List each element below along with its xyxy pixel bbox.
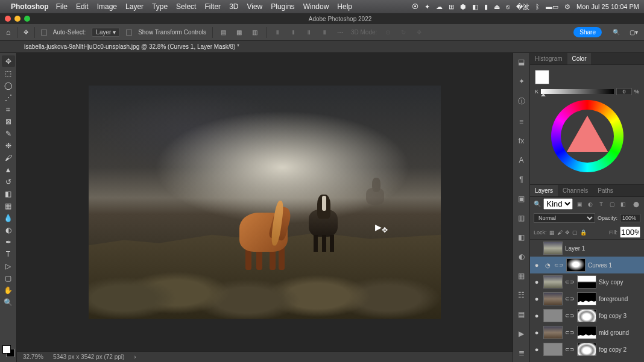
wand-tool[interactable]: ⋰: [2, 92, 15, 103]
filter-toggle[interactable]: ⬤: [632, 200, 640, 208]
history-brush-tool[interactable]: ↺: [2, 176, 15, 187]
minimize-button[interactable]: [14, 16, 21, 22]
align-center-icon[interactable]: ▦: [235, 28, 244, 37]
layer-row[interactable]: ●⊂⊃Sky copy: [530, 273, 644, 290]
panel-icon[interactable]: ▣: [516, 195, 527, 203]
document-tab[interactable]: isabella-juskova-9aNItHjuOc0-unsplash.jp…: [24, 43, 239, 50]
visibility-toggle[interactable]: ●: [532, 295, 541, 302]
zoom-level[interactable]: 32.79%: [23, 354, 43, 360]
layer-thumbnail[interactable]: [543, 275, 563, 289]
foreground-color-swatch[interactable]: [535, 70, 549, 84]
visibility-toggle[interactable]: ●: [532, 278, 541, 286]
panel-icon[interactable]: ▶: [516, 329, 527, 338]
link-icon[interactable]: ⊂⊃: [565, 313, 575, 319]
align-right-icon[interactable]: ▥: [250, 28, 260, 37]
layer-mask-thumbnail[interactable]: [566, 258, 586, 272]
type-tool[interactable]: T: [2, 248, 15, 260]
layer-thumbnail[interactable]: [543, 326, 563, 339]
auto-select-checkbox[interactable]: [41, 30, 47, 36]
layer-row[interactable]: ●⊂⊃fog copy 2: [530, 341, 644, 358]
panel-icon[interactable]: ✦: [516, 77, 527, 86]
doc-dimensions[interactable]: 5343 px x 3542 px (72 ppi): [53, 354, 124, 360]
fill-input[interactable]: [620, 226, 640, 238]
blend-mode-select[interactable]: Normal: [534, 213, 595, 223]
pen-tool[interactable]: ✒: [2, 236, 15, 248]
menu-edit[interactable]: Edit: [76, 2, 89, 11]
close-button[interactable]: [5, 16, 11, 22]
layer-row[interactable]: ●⊂⊃fog copy 3: [530, 307, 644, 324]
stamp-tool[interactable]: ▲: [2, 164, 15, 175]
panel-icon[interactable]: ☷: [516, 291, 527, 299]
search-icon[interactable]: 🔍: [534, 201, 541, 207]
status-icon[interactable]: ☁: [436, 3, 443, 11]
filter-type-icon[interactable]: T: [597, 200, 605, 208]
brush-tool[interactable]: 🖌: [2, 152, 15, 163]
lock-artboard-icon[interactable]: ▢: [572, 229, 578, 236]
layer-mask-thumbnail[interactable]: [577, 275, 596, 289]
link-icon[interactable]: ⊂⊃: [565, 346, 575, 352]
shape-tool[interactable]: ▢: [2, 272, 15, 284]
layer-thumbnail[interactable]: [543, 292, 563, 305]
menu-image[interactable]: Image: [97, 2, 117, 11]
layer-thumbnail[interactable]: [543, 242, 563, 255]
menu-type[interactable]: Type: [152, 2, 168, 11]
filter-pixel-icon[interactable]: ▣: [575, 200, 584, 208]
link-icon[interactable]: ⊂⊃: [565, 296, 575, 302]
gradient-tool[interactable]: ▦: [2, 200, 15, 211]
menu-filter[interactable]: Filter: [204, 2, 221, 11]
panel-icon[interactable]: ◧: [516, 233, 527, 242]
canvas[interactable]: ▶✥: [89, 86, 441, 319]
distribute-icon[interactable]: ⫴: [273, 28, 282, 37]
layer-name[interactable]: mid ground: [599, 329, 642, 336]
menu-plugins[interactable]: Plugins: [271, 2, 294, 11]
k-value-input[interactable]: [616, 88, 632, 95]
lock-image-icon[interactable]: 🖌: [557, 229, 563, 236]
link-icon[interactable]: ⊂⊃: [565, 329, 575, 335]
status-icon[interactable]: ▮: [484, 3, 488, 11]
layer-mask-thumbnail[interactable]: [577, 326, 596, 339]
show-transform-checkbox[interactable]: [126, 30, 132, 36]
filter-shape-icon[interactable]: ▢: [608, 200, 616, 208]
lasso-tool[interactable]: ◯: [2, 80, 15, 91]
battery-icon[interactable]: ▬▭: [546, 3, 558, 11]
path-tool[interactable]: ▷: [2, 260, 15, 272]
status-icon[interactable]: ⏏: [494, 3, 500, 11]
bluetooth-icon[interactable]: ᛒ: [535, 3, 540, 10]
menu-select[interactable]: Select: [176, 2, 196, 11]
layer-dropdown[interactable]: Layer ▾: [92, 28, 120, 37]
lock-transparent-icon[interactable]: ▦: [549, 229, 555, 236]
panel-icon[interactable]: ▥: [516, 214, 527, 222]
align-left-icon[interactable]: ▤: [219, 28, 229, 37]
menu-help[interactable]: Help: [337, 2, 352, 11]
status-icon[interactable]: ◧: [472, 3, 478, 11]
layer-thumbnail[interactable]: [543, 309, 563, 322]
control-center-icon[interactable]: ⚙: [564, 3, 570, 11]
layer-name[interactable]: fog copy 3: [599, 313, 642, 319]
link-icon[interactable]: ⊂⊃: [554, 262, 564, 268]
status-icon[interactable]: ⬢: [460, 3, 466, 11]
layer-name[interactable]: Sky copy: [599, 279, 642, 286]
panel-icon[interactable]: ◐: [516, 252, 527, 261]
tab-channels[interactable]: Channels: [558, 185, 593, 196]
app-name[interactable]: Photoshop: [11, 2, 49, 11]
color-swatches[interactable]: [2, 345, 14, 357]
distribute-icon[interactable]: ⫴: [320, 28, 329, 37]
status-icon[interactable]: ⦿: [412, 3, 418, 10]
distribute-icon[interactable]: ⫴: [288, 28, 298, 37]
chevron-right-icon[interactable]: ›: [134, 354, 136, 360]
tab-color[interactable]: Color: [567, 53, 592, 64]
color-wheel[interactable]: [551, 100, 623, 172]
search-icon[interactable]: 🔍: [613, 29, 620, 36]
panel-icon[interactable]: fx: [516, 137, 527, 145]
share-button[interactable]: Share: [573, 27, 602, 37]
tab-layers[interactable]: Layers: [530, 185, 558, 196]
panel-icon[interactable]: ≡: [516, 117, 527, 126]
visibility-toggle[interactable]: ●: [532, 312, 541, 319]
lock-all-icon[interactable]: 🔒: [580, 229, 587, 236]
filter-smart-icon[interactable]: ◧: [619, 200, 627, 208]
visibility-toggle[interactable]: ●: [532, 261, 541, 269]
distribute-icon[interactable]: ⫴: [304, 28, 314, 37]
crop-tool[interactable]: ⌗: [2, 104, 15, 115]
layer-thumbnail[interactable]: [543, 343, 563, 356]
status-icon[interactable]: ⊞: [449, 3, 454, 11]
